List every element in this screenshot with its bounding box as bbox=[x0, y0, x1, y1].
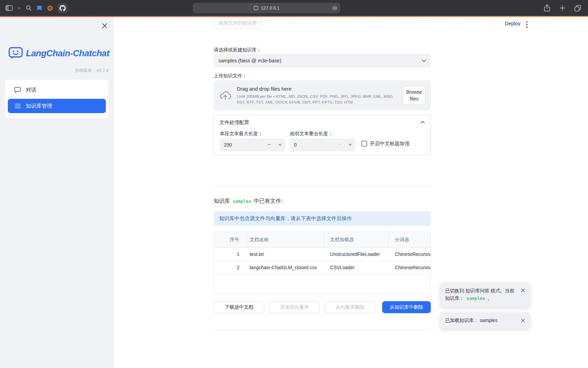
sidebar-close-icon[interactable] bbox=[100, 21, 109, 30]
sidebar-toggle-icon[interactable] bbox=[5, 5, 13, 11]
app-version: 当前版本：v0.2.4 bbox=[75, 67, 109, 74]
close-icon[interactable] bbox=[520, 318, 526, 323]
kb-files-heading: 知识库 samples 中已有文件: bbox=[214, 198, 282, 205]
table-header-row: 序号 文档名称 文档加载器 分词器 bbox=[214, 232, 430, 248]
cell-loader[interactable]: UnstructuredFileLoader bbox=[324, 248, 389, 261]
upload-cloud-icon bbox=[219, 91, 231, 100]
cell-splitter[interactable]: ChineseRecursive bbox=[389, 248, 430, 261]
table-actions: 下载选中文档 添加至向量库 从向量库删除 从知识库中删除 bbox=[214, 301, 431, 313]
close-icon[interactable] bbox=[520, 288, 526, 293]
page-settings-icon[interactable] bbox=[331, 5, 338, 11]
sidebar-item-knowledge-base[interactable]: 知识库管理 bbox=[8, 99, 106, 113]
expander-header[interactable]: 文件处理配置 bbox=[214, 115, 430, 129]
cell-index[interactable]: 2 bbox=[214, 261, 247, 274]
cell-splitter[interactable]: ChineseRecursive bbox=[389, 261, 430, 274]
delete-from-kb-button[interactable]: 从知识库中删除 bbox=[382, 301, 431, 313]
add-files-to-kb-button[interactable]: 添加文件到知识库 bbox=[214, 17, 262, 29]
main-menu-icon[interactable] bbox=[525, 20, 528, 29]
tab-overview-icon[interactable] bbox=[574, 5, 581, 12]
toast-mode-switched: 已切换到 知识库问答 模式。当前知识库： samples 。 bbox=[440, 283, 530, 307]
select-chevron-down-icon[interactable] bbox=[422, 59, 426, 62]
table-header-splitter[interactable]: 分词器 bbox=[389, 232, 430, 247]
app-logo-text: LangChain-Chatchat bbox=[26, 48, 109, 59]
toast-text: 已切换到 知识库问答 模式。当前知识库： samples 。 bbox=[445, 288, 514, 301]
kb-files-table[interactable]: 序号 文档名称 文档加载器 分词器 1 test.txt Unstructure… bbox=[214, 232, 431, 294]
cell-index[interactable]: 1 bbox=[214, 248, 247, 261]
cell-loader[interactable]: CSVLoader bbox=[324, 261, 389, 274]
add-to-vector-button[interactable]: 添加至向量库 bbox=[269, 301, 320, 313]
expander-title: 文件处理配置 bbox=[219, 119, 249, 126]
decrement-button[interactable]: − bbox=[264, 138, 275, 151]
overlap-input[interactable]: 0 − + bbox=[290, 138, 356, 151]
file-config-expander: 文件处理配置 单段文本最大长度： 250 − + 相邻文本重合长度： 0 − +… bbox=[214, 115, 431, 155]
sidebar-item-label: 对话 bbox=[26, 87, 36, 94]
pinned-tab-blue-icon[interactable] bbox=[37, 5, 42, 11]
pinned-tab-orange-icon[interactable] bbox=[47, 5, 53, 11]
table-row[interactable]: 2 langchain-ChatGLM_closed.csv CSVLoader… bbox=[214, 261, 430, 274]
kb-select[interactable]: samples (faiss @ m3e-base) bbox=[214, 54, 431, 67]
share-icon[interactable] bbox=[544, 4, 550, 12]
max-length-label: 单段文本最大长度： bbox=[220, 131, 263, 137]
kb-select-label: 请选择或新建知识库： bbox=[214, 47, 261, 53]
divider bbox=[214, 186, 431, 187]
sidebar-item-dialogue[interactable]: 对话 bbox=[5, 82, 109, 98]
site-favicon bbox=[254, 5, 259, 11]
kb-selected-option: samples (faiss @ m3e-base) bbox=[218, 58, 281, 63]
max-length-input[interactable]: 250 − + bbox=[220, 138, 285, 151]
main-content: 请选择或新建知识库： samples (faiss @ m3e-base) 上传… bbox=[214, 17, 431, 368]
cell-docname[interactable]: test.txt bbox=[247, 248, 324, 261]
divider bbox=[214, 329, 431, 330]
sidebar: LangChain-Chatchat 当前版本：v0.2.4 对话 知识库管理 bbox=[0, 17, 114, 368]
info-text: 知识库中包含源文件与向量库，请从下表中选择文件后操作 bbox=[219, 215, 352, 222]
github-icon bbox=[60, 5, 66, 11]
chatchat-logo-icon bbox=[9, 47, 23, 59]
deploy-button[interactable]: Deploy bbox=[505, 21, 520, 26]
sidebar-nav: 对话 知识库管理 bbox=[5, 80, 109, 118]
new-tab-icon[interactable] bbox=[559, 5, 565, 11]
address-bar[interactable]: 127.0.0.1 bbox=[193, 3, 340, 13]
info-alert: 知识库中包含源文件与向量库，请从下表中选择文件后操作 bbox=[214, 211, 431, 226]
browser-toolbar: 127.0.0.1 bbox=[0, 0, 588, 16]
zh-title-enhance-checkbox[interactable] bbox=[361, 141, 367, 147]
github-tab-button[interactable] bbox=[58, 3, 67, 13]
sidebar-item-label: 知识库管理 bbox=[26, 103, 52, 110]
url-text: 127.0.0.1 bbox=[261, 5, 279, 11]
search-icon[interactable] bbox=[26, 5, 32, 11]
table-header-loader[interactable]: 文档加载器 bbox=[324, 232, 389, 247]
expander-chevron-up-icon bbox=[420, 121, 425, 124]
cell-docname[interactable]: langchain-ChatGLM_closed.csv bbox=[247, 261, 324, 274]
kb-name-code: samples bbox=[231, 199, 252, 204]
delete-from-vector-button[interactable]: 从向量库删除 bbox=[325, 301, 375, 313]
overlap-label: 相邻文本重合长度： bbox=[290, 131, 333, 137]
chat-bubble-icon bbox=[14, 87, 21, 93]
app-logo: LangChain-Chatchat bbox=[9, 47, 109, 59]
download-selected-button[interactable]: 下载选中文档 bbox=[214, 301, 264, 313]
increment-button[interactable]: + bbox=[275, 138, 285, 151]
overlap-value[interactable]: 0 bbox=[290, 142, 334, 148]
dropzone-text: Drag and drop files here Limit 200MB per… bbox=[237, 86, 397, 105]
chevron-down-icon[interactable] bbox=[18, 7, 21, 9]
dropzone-limit: Limit 200MB per file • HTML, MD, JSON, C… bbox=[237, 94, 397, 105]
toast-text: 已加载知识库： samples bbox=[445, 317, 497, 324]
knowledge-base-icon bbox=[15, 103, 21, 109]
increment-button[interactable]: + bbox=[345, 138, 356, 151]
upload-label: 上传知识文件： bbox=[214, 73, 247, 79]
decrement-button[interactable]: − bbox=[334, 138, 345, 151]
dropzone-title: Drag and drop files here bbox=[237, 86, 397, 92]
table-row[interactable]: 1 test.txt UnstructuredFileLoader Chines… bbox=[214, 248, 430, 261]
toast-kb-loaded: 已加载知识库： samples bbox=[440, 312, 530, 329]
table-header-docname[interactable]: 文档名称 bbox=[247, 232, 324, 247]
file-dropzone[interactable]: Drag and drop files here Limit 200MB per… bbox=[214, 80, 431, 110]
max-length-value[interactable]: 250 bbox=[220, 142, 264, 148]
table-header-index[interactable]: 序号 bbox=[214, 232, 247, 247]
browse-files-button[interactable]: Browse files bbox=[403, 86, 425, 105]
zh-title-enhance-label: 开启中文标题加强 bbox=[370, 140, 409, 147]
